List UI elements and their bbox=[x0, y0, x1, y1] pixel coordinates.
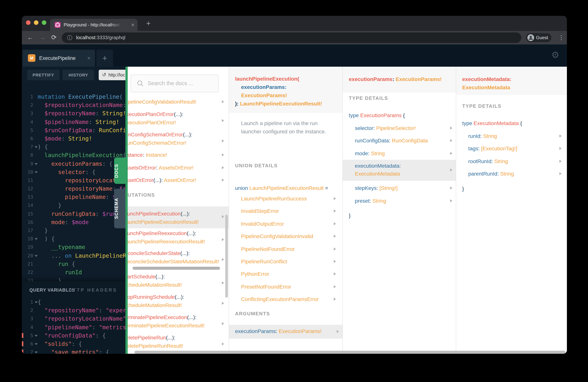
expand-arrow-icon[interactable] bbox=[334, 247, 336, 250]
endpoint-chip[interactable]: ↺ http://loc bbox=[99, 70, 126, 80]
doc-list-item[interactable]: instance: Instance! bbox=[128, 151, 229, 159]
http-headers-tab[interactable]: HTTP HEADERS bbox=[68, 285, 117, 295]
expand-arrow-icon[interactable] bbox=[222, 302, 224, 305]
argument-item[interactable]: executionParams: ExecutionParams! bbox=[229, 325, 343, 339]
expand-arrow-icon[interactable] bbox=[337, 330, 339, 333]
docs-search-input[interactable]: Search the docs ... bbox=[131, 75, 218, 92]
forward-button[interactable]: → bbox=[39, 31, 45, 44]
expand-arrow-icon[interactable] bbox=[334, 210, 336, 213]
expand-arrow-icon[interactable] bbox=[222, 258, 224, 261]
expand-arrow-icon[interactable] bbox=[222, 215, 224, 218]
expand-arrow-icon[interactable] bbox=[450, 127, 452, 129]
workspace-tab-close-icon[interactable]: × bbox=[87, 50, 90, 67]
code-line[interactable]: 7 "save_metrics": { bbox=[22, 348, 126, 354]
docs-column-vscrollbar[interactable] bbox=[225, 215, 228, 297]
expand-arrow-icon[interactable] bbox=[222, 139, 224, 142]
back-button[interactable]: ← bbox=[27, 31, 34, 44]
tab-close-icon[interactable]: × bbox=[131, 19, 134, 31]
type-field-item[interactable]: parentRunId: String bbox=[468, 170, 567, 178]
expand-arrow-icon[interactable] bbox=[334, 222, 336, 225]
code-line[interactable]: 7) { bbox=[22, 143, 126, 151]
code-line[interactable]: 19 __typename bbox=[22, 243, 126, 252]
expand-arrow-icon[interactable] bbox=[222, 119, 224, 122]
site-info-icon[interactable]: ⓘ bbox=[67, 32, 72, 43]
doc-list-item[interactable]: startSchedule(...): ScheduleMutationResu… bbox=[128, 273, 229, 289]
workspace-tab[interactable]: M ExecutePipeline × bbox=[22, 50, 95, 67]
code-line[interactable]: 2 $repositoryLocationName: String! bbox=[22, 101, 126, 109]
expand-arrow-icon[interactable] bbox=[222, 342, 224, 345]
code-line[interactable]: 22 runId bbox=[22, 268, 126, 276]
docs-column-hscrollbar[interactable] bbox=[133, 267, 220, 270]
add-workspace-tab-button[interactable]: + bbox=[96, 50, 113, 67]
doc-list-item[interactable]: assetOrError(...): AssetOrError! bbox=[128, 176, 229, 184]
type-field-item[interactable]: runId: String bbox=[468, 132, 567, 140]
expand-arrow-icon[interactable] bbox=[450, 169, 452, 171]
settings-gear-icon[interactable]: ⚙ bbox=[551, 50, 559, 60]
expand-arrow-icon[interactable] bbox=[334, 235, 336, 238]
fold-arrow-icon[interactable] bbox=[35, 335, 38, 337]
type-field-item[interactable]: mode: String bbox=[355, 149, 456, 158]
profile-button[interactable]: Guest bbox=[525, 33, 552, 42]
union-member-item[interactable]: PipelineNotFoundError bbox=[241, 245, 343, 253]
fold-arrow-icon[interactable] bbox=[35, 238, 38, 240]
url-bar[interactable]: ⓘ localhost:3333/graphql bbox=[62, 32, 521, 43]
new-tab-button[interactable]: + bbox=[142, 16, 155, 31]
fold-arrow-icon[interactable] bbox=[35, 163, 38, 165]
expand-arrow-icon[interactable] bbox=[222, 179, 224, 182]
expand-arrow-icon[interactable] bbox=[222, 281, 224, 284]
union-member-item[interactable]: PipelineConfigValidationInvalid bbox=[241, 233, 343, 240]
reload-button[interactable]: ⟳ bbox=[51, 31, 57, 44]
expand-arrow-icon[interactable] bbox=[222, 100, 224, 103]
union-member-item[interactable]: PipelineRunConflict bbox=[241, 258, 343, 266]
code-line[interactable]: 4 $pipelineName: String! bbox=[22, 118, 126, 126]
close-window-button[interactable] bbox=[26, 20, 30, 25]
expand-arrow-icon[interactable] bbox=[450, 139, 452, 142]
expand-arrow-icon[interactable] bbox=[559, 134, 562, 137]
expand-arrow-icon[interactable] bbox=[334, 197, 336, 200]
doc-list-item[interactable]: runConfigSchemaOrError(...): RunConfigSc… bbox=[128, 131, 229, 147]
union-member-item[interactable]: ConflictingExecutionParamsError bbox=[241, 295, 343, 303]
code-line[interactable]: 14 } bbox=[22, 201, 126, 210]
browser-menu-button[interactable]: ⋮ bbox=[558, 31, 564, 44]
doc-list-item[interactable]: PipelineConfigValidationResult! bbox=[128, 98, 229, 106]
expand-arrow-icon[interactable] bbox=[559, 160, 562, 163]
history-button[interactable]: HISTORY bbox=[63, 70, 94, 80]
expand-arrow-icon[interactable] bbox=[334, 273, 336, 276]
expand-arrow-icon[interactable] bbox=[450, 199, 452, 202]
fold-arrow-icon[interactable] bbox=[35, 343, 38, 345]
expand-arrow-icon[interactable] bbox=[450, 152, 452, 155]
code-line[interactable]: 1{ bbox=[22, 298, 126, 306]
type-field-item[interactable]: tags: [ExecutionTag!] bbox=[468, 145, 567, 153]
doc-list-item[interactable]: assetsOrError: AssetsOrError! bbox=[128, 164, 229, 172]
code-line[interactable]: 17 } bbox=[22, 226, 126, 235]
code-line[interactable]: 3 $repositoryName: String! bbox=[22, 109, 126, 118]
docs-side-tab[interactable]: DOCS bbox=[114, 157, 126, 184]
code-line[interactable]: 8 launchPipelineExecution( bbox=[22, 151, 126, 160]
code-line[interactable]: 20 ... on LaunchPipelineRunSuccess { bbox=[22, 252, 126, 260]
expand-arrow-icon[interactable] bbox=[334, 297, 336, 301]
expand-arrow-icon[interactable] bbox=[559, 172, 562, 175]
fold-arrow-icon[interactable] bbox=[35, 171, 38, 173]
type-field-item[interactable]: stepKeys: [String!] bbox=[355, 184, 456, 192]
expand-arrow-icon[interactable] bbox=[222, 166, 224, 169]
expand-arrow-icon[interactable] bbox=[334, 260, 336, 263]
code-line[interactable]: 13 pipelineName: $pipelineName bbox=[22, 193, 126, 201]
code-line[interactable]: 4 "pipelineName": "metrics bbox=[22, 323, 126, 331]
expand-arrow-icon[interactable] bbox=[222, 322, 224, 325]
fold-arrow-icon[interactable] bbox=[35, 146, 38, 148]
code-line[interactable]: 10 selector: { bbox=[22, 168, 126, 176]
minimize-window-button[interactable] bbox=[34, 20, 39, 25]
doc-list-item[interactable]: launchPipelineExecution(...): LaunchPipe… bbox=[128, 207, 229, 228]
doc-list-item[interactable]: reconcileSchedulerState(...): ReconcileS… bbox=[128, 249, 229, 266]
doc-list-item[interactable]: executionPlanOrError(...): ExecutionPlan… bbox=[128, 110, 229, 127]
code-line[interactable]: 5 $runConfigData: RunConfigData bbox=[22, 126, 126, 134]
fold-arrow-icon[interactable] bbox=[35, 301, 38, 303]
code-line[interactable]: 16 mode: $mode bbox=[22, 218, 126, 226]
type-field-item[interactable]: preset: String bbox=[355, 197, 456, 205]
browser-tab[interactable]: Playground - http://localhost:3 × bbox=[50, 19, 138, 31]
union-member-item[interactable]: PythonError bbox=[241, 270, 343, 278]
code-line[interactable]: 15 runConfigData: $runConfigData bbox=[22, 210, 126, 218]
fold-arrow-icon[interactable] bbox=[35, 255, 38, 257]
expand-arrow-icon[interactable] bbox=[222, 153, 224, 156]
code-line[interactable]: 1mutation ExecutePipeline( bbox=[22, 93, 126, 101]
